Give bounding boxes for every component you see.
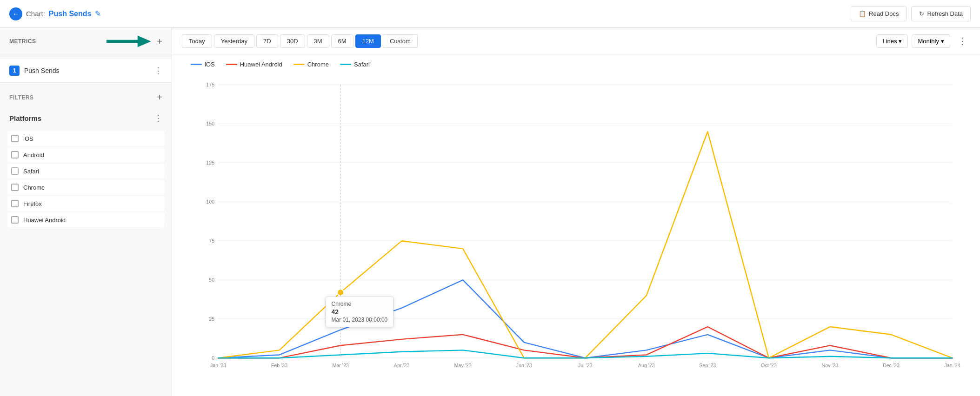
read-docs-label: Read Docs (869, 10, 899, 17)
platform-item: Safari (7, 164, 164, 178)
chart-controls: Lines ▾ Monthly ▾ ⋮ (876, 33, 971, 48)
chart-legend: iOS Huawei Android Chrome Safari (172, 54, 980, 74)
metric-more-button[interactable]: ⋮ (154, 66, 162, 76)
legend-line-icon (191, 64, 202, 65)
top-bar-left: ← Chart: Push Sends ✎ (9, 7, 101, 20)
lines-chevron-icon: ▾ (899, 38, 902, 45)
platform-checkbox[interactable] (11, 167, 19, 175)
platform-name: Safari (23, 168, 39, 175)
svg-text:25: 25 (209, 316, 214, 322)
platform-item: Android (7, 147, 164, 162)
metrics-header: METRICS + (0, 28, 172, 55)
chart-svg: 0255075100125150175Jan '23Feb '23Mar '23… (200, 79, 961, 377)
top-bar-right: 📋 Read Docs ↻ Refresh Data (851, 6, 971, 21)
svg-text:May '23: May '23 (454, 363, 472, 368)
svg-text:75: 75 (209, 238, 214, 244)
svg-text:Apr '23: Apr '23 (394, 363, 410, 368)
time-button-custom[interactable]: Custom (383, 34, 418, 48)
legend-label: Chrome (307, 61, 329, 68)
svg-text:Feb '23: Feb '23 (271, 363, 287, 368)
filters-label: FILTERS (9, 94, 34, 101)
svg-text:Jun '23: Jun '23 (516, 363, 532, 368)
back-button[interactable]: ← (9, 7, 22, 20)
edit-icon[interactable]: ✎ (95, 9, 101, 18)
time-button-yesterday[interactable]: Yesterday (214, 34, 254, 48)
chart-title: Push Sends (49, 10, 92, 18)
svg-text:175: 175 (206, 82, 214, 87)
platforms-header: Platforms ⋮ (0, 108, 172, 128)
refresh-icon: ↻ (919, 10, 924, 17)
time-button-30d[interactable]: 30D (280, 34, 305, 48)
chart-kebab-button[interactable]: ⋮ (954, 33, 971, 48)
monthly-label: Monthly (918, 38, 939, 45)
legend-item: Huawei Android (226, 61, 282, 68)
svg-text:125: 125 (206, 160, 214, 165)
time-button-12m[interactable]: 12M (355, 34, 381, 48)
refresh-data-label: Refresh Data (927, 10, 963, 17)
platform-checkbox[interactable] (11, 184, 19, 191)
main-layout: METRICS + 1 Push Sends ⋮ FILTERS + (0, 28, 980, 396)
filters-add-button[interactable]: + (157, 92, 162, 103)
platform-name: Huawei Android (23, 217, 66, 224)
platform-checkbox[interactable] (11, 216, 19, 224)
legend-label: Huawei Android (240, 61, 282, 68)
platform-name: Android (23, 152, 44, 158)
monthly-chevron-icon: ▾ (941, 38, 944, 45)
metric-number: 1 (9, 66, 20, 76)
legend-label: Safari (354, 61, 370, 68)
platform-item: Chrome (7, 180, 164, 195)
monthly-dropdown[interactable]: Monthly ▾ (912, 34, 950, 48)
refresh-data-button[interactable]: ↻ Refresh Data (911, 6, 971, 21)
platforms-title: Platforms (9, 114, 41, 122)
metrics-add-button[interactable]: + (157, 36, 162, 47)
chart-area: TodayYesterday7D30D3M6M12MCustom Lines ▾… (172, 28, 980, 396)
metric-item-left: 1 Push Sends (9, 66, 60, 76)
read-docs-button[interactable]: 📋 Read Docs (851, 6, 907, 21)
arrow-container: + (107, 34, 162, 48)
svg-text:Nov '23: Nov '23 (821, 363, 838, 368)
svg-text:100: 100 (206, 199, 214, 205)
platform-checkbox[interactable] (11, 200, 19, 207)
legend-item: Safari (340, 61, 370, 68)
metric-item-push-sends: 1 Push Sends ⋮ (0, 59, 172, 83)
platforms-section: Platforms ⋮ iOS Android Safari Chrome Fi… (0, 108, 172, 240)
legend-line-icon (293, 64, 305, 65)
time-button-3m[interactable]: 3M (307, 34, 329, 48)
green-arrow-icon (107, 34, 153, 48)
platform-checkbox[interactable] (11, 151, 19, 158)
book-icon: 📋 (859, 10, 866, 17)
svg-text:Jul '23: Jul '23 (578, 363, 593, 368)
time-button-6m[interactable]: 6M (331, 34, 353, 48)
svg-text:50: 50 (209, 277, 214, 283)
metric-name: Push Sends (24, 67, 60, 74)
platform-item: Huawei Android (7, 212, 164, 227)
svg-text:Jan '24: Jan '24 (944, 363, 960, 368)
top-bar: ← Chart: Push Sends ✎ 📋 Read Docs ↻ Refr… (0, 0, 980, 28)
chart-prefix-label: Chart: (26, 10, 45, 18)
platform-name: Chrome (23, 184, 45, 191)
platform-item: Firefox (7, 196, 164, 211)
svg-text:Sep '23: Sep '23 (699, 363, 716, 368)
svg-text:Oct '23: Oct '23 (761, 363, 777, 368)
lines-dropdown[interactable]: Lines ▾ (876, 34, 908, 48)
svg-text:Jan '23: Jan '23 (210, 363, 226, 368)
platforms-more-button[interactable]: ⋮ (154, 113, 162, 123)
legend-line-icon (340, 64, 351, 65)
platform-checkbox[interactable] (11, 135, 19, 142)
svg-text:Aug '23: Aug '23 (638, 363, 655, 368)
svg-text:Mar '23: Mar '23 (332, 363, 348, 368)
metrics-label: METRICS (9, 38, 36, 45)
lines-label: Lines (882, 38, 897, 45)
time-button-today[interactable]: Today (182, 34, 212, 48)
platform-item: iOS (7, 131, 164, 146)
time-buttons: TodayYesterday7D30D3M6M12MCustom (181, 34, 418, 48)
chart-container: 0255075100125150175Jan '23Feb '23Mar '23… (172, 74, 980, 396)
svg-text:Dec '23: Dec '23 (883, 363, 900, 368)
time-button-7d[interactable]: 7D (256, 34, 278, 48)
platform-name: iOS (23, 135, 33, 142)
platform-name: Firefox (23, 200, 42, 207)
filters-header: FILTERS + (0, 86, 172, 108)
legend-line-icon (226, 64, 237, 65)
sidebar: METRICS + 1 Push Sends ⋮ FILTERS + (0, 28, 172, 396)
svg-text:0: 0 (212, 355, 214, 361)
